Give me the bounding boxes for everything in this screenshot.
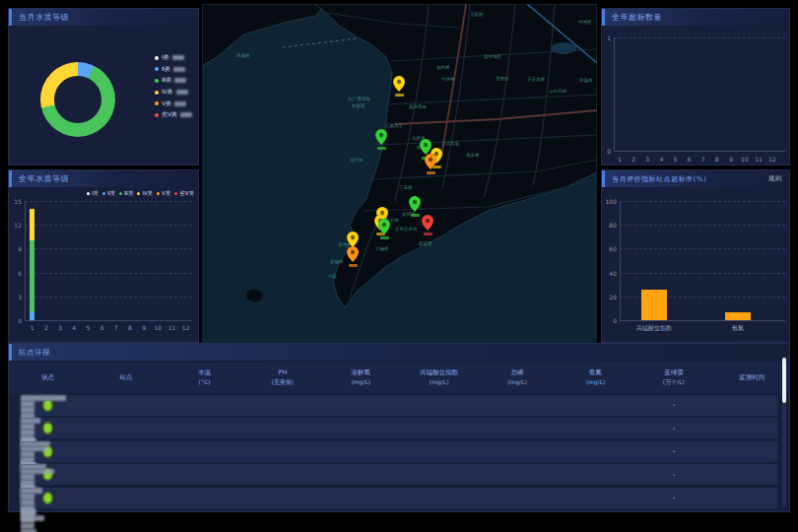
legend-label: 劣Ⅴ类 (179, 190, 194, 197)
gridline (614, 37, 785, 38)
panel-month-water-grade: 当月水质等级 Ⅰ类Ⅱ类Ⅲ类Ⅳ类Ⅴ类劣Ⅴ类 (8, 8, 199, 166)
column-label: PH (243, 368, 321, 377)
y-axis (25, 201, 26, 320)
map-pin-orange[interactable] (347, 246, 359, 262)
y-axis (620, 201, 621, 320)
column-label: 水温 (166, 368, 243, 377)
map-pin-green[interactable] (375, 129, 387, 145)
pin-label (411, 214, 420, 217)
legend-label: Ⅴ类 (162, 190, 170, 197)
redacted-value (21, 517, 34, 523)
table-scrollbar-thumb[interactable] (782, 358, 786, 403)
x-tick: 2 (39, 324, 53, 331)
map-pin-yellow[interactable] (393, 76, 405, 92)
panel-header: 全年超标数量 (602, 9, 789, 26)
chlorophyll-value: - (664, 471, 684, 479)
table-row[interactable]: - (21, 488, 777, 508)
redacted-date (21, 529, 36, 532)
year-grade-bar-chart: Ⅰ类Ⅱ类Ⅲ类Ⅳ类Ⅴ类劣Ⅴ类03691215123456789101112 (9, 187, 198, 342)
redacted-station-name (21, 446, 48, 451)
redacted-value (21, 523, 34, 529)
redacted-station-name (21, 395, 66, 401)
gridline (25, 297, 192, 298)
legend-item[interactable]: Ⅴ类 (155, 98, 192, 109)
legend-dot (119, 192, 122, 195)
redacted-value (21, 494, 34, 499)
gridline (620, 273, 785, 274)
x-tick: 11 (752, 156, 765, 163)
column-header: 状态 (9, 373, 87, 382)
column-label: 监测时间 (713, 373, 791, 382)
legend-label: Ⅲ类 (124, 190, 133, 197)
x-tick: 4 (67, 324, 81, 331)
table-row[interactable]: - (21, 395, 777, 416)
gridline (25, 225, 192, 226)
legend-dot (157, 192, 160, 195)
panel-title: 站点详报 (12, 348, 50, 358)
legend-label: Ⅱ类 (107, 190, 115, 197)
panel-header: 当月评价指标站点超标率(%) 规则 (602, 170, 789, 187)
donut-legend: Ⅰ类Ⅱ类Ⅲ类Ⅳ类Ⅴ类劣Ⅴ类 (155, 52, 192, 121)
legend-dot (137, 192, 140, 195)
rate-bar (641, 290, 667, 320)
legend-item[interactable]: 劣Ⅴ类 (155, 109, 192, 121)
panel-title: 当月评价指标站点超标率(%) (605, 174, 706, 184)
legend-item[interactable]: Ⅲ类 (119, 190, 133, 197)
chlorophyll-value: - (664, 447, 684, 455)
panel-station-table: 站点详报 状态站点水温(°C)PH(无量纲)溶解氧(mg/L)高锰酸盐指数(mg… (8, 343, 790, 512)
legend-item[interactable]: Ⅱ类 (155, 64, 192, 76)
table-header-row: 状态站点水温(°C)PH(无量纲)溶解氧(mg/L)高锰酸盐指数(mg/L)总磷… (9, 363, 789, 393)
y-tick: 80 (602, 222, 617, 229)
map-pin-yellow[interactable] (347, 232, 359, 247)
stacked-bar-segment (30, 312, 34, 320)
table-row[interactable]: - (21, 418, 777, 438)
panel-header: 全年水质等级 (9, 170, 198, 187)
table-row[interactable]: - (21, 441, 777, 462)
redacted-value (21, 511, 34, 517)
column-header: 溶解氧(mg/L) (322, 368, 400, 386)
map-pin-green[interactable] (378, 219, 390, 234)
column-unit: (mg/L) (557, 377, 634, 386)
redacted-value (172, 55, 184, 60)
legend-item[interactable]: Ⅱ类 (102, 190, 115, 197)
x-category-label: 氨氮 (708, 324, 767, 333)
x-tick: 5 (668, 156, 682, 163)
y-tick: 12 (9, 222, 22, 229)
legend-dot (155, 56, 159, 60)
station-map[interactable]: 石浦桥五星村中塘区吴中地区迎南街天安大桥小白花林机场路宁绣桥东绣桥高浪西路江南大… (202, 4, 597, 343)
panel-header: 当月水质等级 (9, 9, 198, 26)
legend-dot (155, 113, 159, 117)
legend-item[interactable]: 劣Ⅴ类 (174, 190, 194, 197)
legend-item[interactable]: Ⅰ类 (155, 52, 192, 64)
x-tick: 10 (151, 324, 165, 331)
rules-link[interactable]: 规则 (768, 174, 781, 183)
y-tick: 40 (602, 270, 617, 277)
rate-bar (725, 312, 751, 320)
column-header: 氨氮(mg/L) (557, 368, 634, 386)
x-tick: 7 (109, 324, 123, 331)
column-label: 站点 (87, 373, 165, 382)
legend-item[interactable]: Ⅳ类 (155, 87, 192, 99)
y-tick: 0 (9, 317, 22, 324)
month-grade-donut-chart: Ⅰ类Ⅱ类Ⅲ类Ⅳ类Ⅴ类劣Ⅴ类 (9, 26, 198, 165)
x-tick: 7 (697, 156, 710, 163)
y-tick: 0 (602, 317, 617, 324)
column-label: 状态 (9, 373, 87, 382)
column-unit: (无量纲) (243, 377, 321, 386)
legend-item[interactable]: Ⅰ类 (87, 190, 99, 197)
table-row[interactable]: - (21, 464, 777, 485)
legend-item[interactable]: Ⅴ类 (157, 190, 170, 197)
legend-item[interactable]: Ⅲ类 (155, 75, 192, 87)
x-axis (620, 320, 785, 321)
y-tick: 6 (9, 270, 22, 277)
column-header: 站点 (87, 373, 165, 382)
legend-item[interactable]: Ⅳ类 (137, 190, 153, 197)
panel-title: 全年超标数量 (605, 12, 662, 23)
map-pin-green[interactable] (409, 196, 421, 212)
y-tick: 60 (602, 245, 617, 252)
redacted-value (21, 407, 34, 413)
legend-dot (87, 192, 90, 195)
map-pin-orange[interactable] (425, 154, 436, 169)
map-pin-red[interactable] (422, 215, 433, 231)
x-tick: 9 (724, 156, 738, 163)
